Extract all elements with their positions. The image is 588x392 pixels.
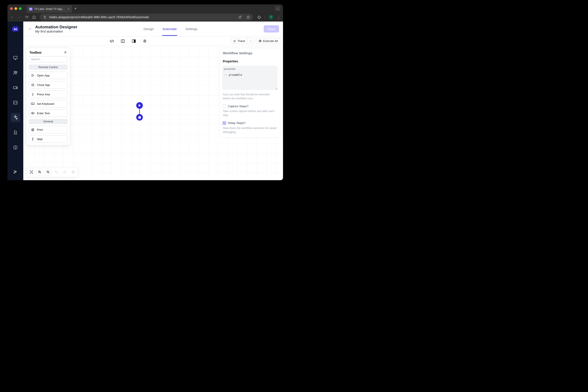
execute-all-button[interactable]: Execute All <box>256 38 280 44</box>
toolbox-item-label: Wait <box>37 138 43 141</box>
toolbox-panel: Toolbox ✕ Search... Remote Control Open … <box>26 48 70 145</box>
delay-steps-label: Delay Steps? <box>228 121 246 124</box>
zoom-in-button[interactable] <box>36 168 43 176</box>
external-link-icon[interactable] <box>238 16 242 19</box>
svg-rect-1 <box>30 9 31 10</box>
sidebar-devices-icon[interactable] <box>11 53 20 62</box>
tab-settings[interactable]: Settings <box>185 22 198 36</box>
minimize-window-button[interactable] <box>14 7 17 10</box>
window-controls <box>10 7 22 10</box>
zoom-out-button[interactable] <box>44 168 52 176</box>
site-settings-icon[interactable] <box>43 15 47 19</box>
new-tab-button[interactable]: + <box>74 6 77 11</box>
svg-line-53 <box>48 172 50 173</box>
browser-tab[interactable]: TV Labs: Smart TV App Testin × <box>27 5 72 13</box>
toolbox-section-remote: Remote Control <box>28 64 68 70</box>
capture-steps-label: Capture Steps? <box>228 104 248 108</box>
workflow-settings-title: Workflow Settings <box>222 51 278 55</box>
svg-rect-29 <box>32 93 34 95</box>
svg-marker-27 <box>32 74 34 77</box>
nav-forward-button[interactable]: → <box>17 15 22 20</box>
browser-address-bar: ← → ⟳ tvlabs.ai/app/projects/c46beab9-38… <box>8 13 283 22</box>
redo-button[interactable] <box>61 168 68 176</box>
sidebar-team-icon[interactable] <box>11 68 20 77</box>
browser-window: TV Labs: Smart TV App Testin × + ⌄ ← → ⟳… <box>8 4 283 180</box>
toolbox-item-press-key[interactable]: Press Key <box>28 90 68 98</box>
keyboard-icon <box>31 102 35 106</box>
svg-rect-9 <box>14 56 17 59</box>
capture-steps-help: Take screen capture before and after eac… <box>222 109 278 117</box>
toolbox-item-label: Set Keyboard <box>37 102 54 106</box>
sub-toolbar: Trace Execute All <box>23 36 283 46</box>
sidebar-recordings-icon[interactable] <box>11 83 20 92</box>
svg-point-12 <box>14 71 16 72</box>
hourglass-icon <box>31 137 35 141</box>
svg-rect-43 <box>31 113 32 114</box>
save-button[interactable]: Save <box>264 25 279 32</box>
text-cursor-icon <box>31 112 35 115</box>
svg-line-49 <box>40 172 41 173</box>
svg-rect-44 <box>33 113 34 114</box>
fit-view-button[interactable] <box>28 168 35 176</box>
svg-rect-8 <box>16 28 17 30</box>
view-split-icon[interactable] <box>120 38 126 44</box>
workflow-start-node[interactable] <box>136 102 143 109</box>
toolbox-item-label: Open App <box>37 74 50 77</box>
sidebar-help-icon[interactable] <box>11 143 20 152</box>
url-input[interactable]: tvlabs.ai/app/projects/c46beab9-38fd-466… <box>40 14 253 21</box>
toolbox-search-input[interactable]: Search... <box>28 56 68 62</box>
browser-actions: T ⋮ <box>258 15 281 20</box>
tabs-overflow-button[interactable]: ⌄ <box>275 6 280 11</box>
trace-label: Trace <box>238 39 245 43</box>
profile-avatar[interactable]: T <box>268 15 273 20</box>
pan-button[interactable] <box>70 168 77 176</box>
preamble-textarea[interactable] <box>222 72 278 90</box>
extensions-icon[interactable] <box>258 16 261 19</box>
toolbox-item-enter-text[interactable]: Enter Text <box>28 110 68 117</box>
sidebar-reports-icon[interactable] <box>11 128 20 137</box>
nav-home-button[interactable] <box>32 15 36 19</box>
toolbox-item-print[interactable]: Print <box>28 126 68 134</box>
toolbox-item-close-app[interactable]: Close App <box>28 81 68 88</box>
trace-button[interactable]: Trace <box>230 38 248 44</box>
url-text: tvlabs.ai/app/projects/c46beab9-38fd-466… <box>49 16 149 19</box>
nav-back-button[interactable]: ← <box>10 15 14 20</box>
debug-icon[interactable] <box>142 38 148 44</box>
sidebar-automate-icon[interactable] <box>11 113 20 122</box>
tab-design[interactable]: Design <box>143 22 154 36</box>
canvas[interactable]: Toolbox ✕ Search... Remote Control Open … <box>23 46 283 180</box>
view-right-panel-icon[interactable] <box>131 38 136 44</box>
toolbox-item-set-keyboard[interactable]: Set Keyboard <box>28 100 68 108</box>
tab-title: TV Labs: Smart TV App Testin <box>34 8 65 10</box>
canvas-controls <box>26 167 78 177</box>
toolbox-item-wait[interactable]: Wait <box>28 135 68 143</box>
nav-reload-button[interactable]: ⟳ <box>24 15 29 20</box>
bookmark-icon[interactable] <box>246 16 250 19</box>
back-button[interactable]: ← <box>28 26 32 31</box>
workflow-settings-panel: Workflow Settings Properties preamble An… <box>219 48 280 138</box>
close-window-button[interactable] <box>10 7 13 10</box>
app-sidebar <box>8 22 23 180</box>
delay-steps-help: Slow down the workflow execution for eas… <box>222 126 278 134</box>
execute-all-label: Execute All <box>263 39 278 43</box>
toolbox-item-label: Close App <box>37 83 50 86</box>
toolbox-item-open-app[interactable]: Open App <box>28 72 68 79</box>
sidebar-tools-icon[interactable] <box>11 168 20 177</box>
tab-close-icon[interactable]: × <box>68 7 70 11</box>
tab-automate[interactable]: Automate <box>162 22 177 36</box>
app-header: ← Automation Designer My first automatio… <box>23 22 283 36</box>
app-content: ← Automation Designer My first automatio… <box>8 22 283 180</box>
app-logo[interactable] <box>12 26 19 32</box>
browser-menu-icon[interactable]: ⋮ <box>277 15 281 20</box>
undo-button[interactable] <box>53 168 60 176</box>
workflow-end-node[interactable] <box>136 114 143 121</box>
trace-dropdown[interactable] <box>248 38 254 44</box>
svg-rect-14 <box>14 86 16 89</box>
toolbox-close-icon[interactable]: ✕ <box>64 50 67 54</box>
view-code-icon[interactable] <box>109 38 114 44</box>
capture-steps-checkbox[interactable] <box>222 104 226 108</box>
svg-rect-6 <box>12 27 18 32</box>
delay-steps-checkbox[interactable] <box>222 121 226 125</box>
sidebar-code-icon[interactable] <box>11 98 20 107</box>
maximize-window-button[interactable] <box>19 7 22 10</box>
